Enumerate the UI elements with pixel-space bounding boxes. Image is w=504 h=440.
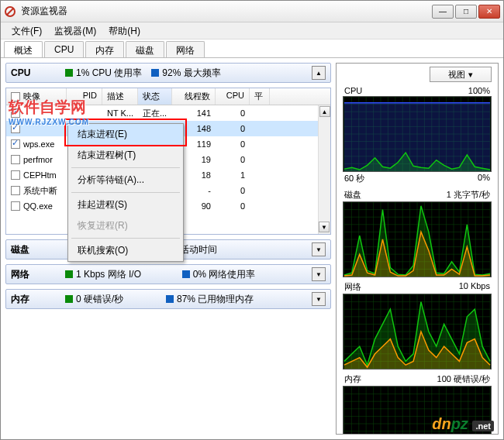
tab-overview[interactable]: 概述	[4, 41, 43, 57]
chart-title-right: 1 兆字节/秒	[447, 189, 490, 201]
chart-title-left: CPU	[344, 86, 362, 95]
separator	[71, 192, 180, 193]
chart-内存: 内存100 硬错误/秒	[343, 373, 492, 435]
th-pid[interactable]: PID	[67, 88, 102, 105]
menu-suspend[interactable]: 挂起进程(S)	[68, 194, 183, 215]
menu-file[interactable]: 文件(F)	[5, 22, 48, 39]
chart-canvas	[343, 294, 492, 370]
cpu-section-header[interactable]: CPU 1% CPU 使用率 92% 最大频率 ▲	[5, 63, 331, 83]
cpu-title: CPU	[11, 67, 56, 78]
expand-icon[interactable]: ▼	[312, 242, 326, 256]
context-menu: 结束进程(E) 结束进程树(T) 分析等待链(A)... 挂起进程(S) 恢复进…	[67, 123, 184, 262]
chart-title-right: 100 硬错误/秒	[437, 373, 490, 385]
memory-section-header[interactable]: 内存 0 硬错误/秒 87% 已用物理内存 ▼	[5, 289, 331, 309]
th-cpu[interactable]: CPU	[216, 88, 250, 105]
th-avg[interactable]: 平	[250, 88, 270, 105]
tabbar: 概述 CPU 内存 磁盘 网络	[1, 40, 503, 58]
memory-title: 内存	[11, 293, 56, 306]
th-status[interactable]: 状态	[138, 88, 172, 105]
charts-panel: 视图▾ CPU100% 60 秒0%磁盘1 兆字节/秒 网络10 Kbps 内存…	[336, 63, 499, 435]
menu-monitor[interactable]: 监视器(M)	[48, 22, 102, 39]
blue-sq-icon	[182, 270, 190, 278]
green-sq-icon	[65, 295, 73, 303]
chart-canvas	[343, 201, 492, 277]
chart-title-right: 10 Kbps	[459, 281, 490, 293]
menu-search-online[interactable]: 联机搜索(O)	[68, 240, 183, 261]
collapse-icon[interactable]: ▲	[312, 66, 326, 80]
chart-网络: 网络10 Kbps	[343, 280, 492, 370]
row-checkbox[interactable]	[11, 170, 20, 180]
chart-cpu: CPU100% 60 秒0%	[343, 85, 492, 185]
chart-title-left: 磁盘	[344, 189, 361, 201]
view-button[interactable]: 视图▾	[430, 67, 492, 82]
row-checkbox[interactable]	[11, 186, 20, 195]
separator	[71, 167, 180, 168]
blue-sq-icon	[166, 295, 174, 303]
scrollbar-vertical[interactable]: ▲ ▼	[318, 105, 330, 234]
chart-title-right: 100%	[468, 86, 490, 95]
row-checkbox[interactable]	[11, 124, 20, 133]
chart-canvas	[343, 96, 492, 172]
row-checkbox[interactable]	[11, 108, 20, 118]
scroll-up-icon[interactable]: ▲	[319, 106, 330, 117]
svg-line-1	[7, 9, 13, 15]
menu-analyze-wait[interactable]: 分析等待链(A)...	[68, 170, 183, 191]
tab-disk[interactable]: 磁盘	[126, 41, 164, 57]
header-checkbox[interactable]	[11, 92, 20, 101]
th-image[interactable]: 映像	[6, 88, 67, 105]
tab-cpu[interactable]: CPU	[44, 41, 84, 57]
dropdown-icon: ▾	[468, 70, 473, 80]
chart-磁盘: 磁盘1 兆字节/秒	[343, 188, 492, 277]
disk-title: 磁盘	[11, 243, 56, 256]
table-header: 映像 PID 描述 状态 线程数 CPU 平	[6, 88, 330, 105]
menu-end-process[interactable]: 结束进程(E)	[68, 124, 183, 145]
chart-title-left: 网络	[344, 281, 361, 293]
menu-end-tree[interactable]: 结束进程树(T)	[68, 145, 183, 166]
expand-icon[interactable]: ▼	[312, 292, 326, 306]
row-checkbox[interactable]	[11, 139, 20, 149]
tab-memory[interactable]: 内存	[85, 41, 124, 57]
menu-resume: 恢复进程(R)	[68, 215, 183, 236]
network-title: 网络	[11, 268, 56, 281]
row-checkbox[interactable]	[11, 201, 20, 211]
green-sq-icon	[65, 270, 73, 278]
maximize-button[interactable]: □	[455, 5, 477, 19]
minimize-button[interactable]: —	[432, 5, 454, 19]
menu-help[interactable]: 帮助(H)	[102, 22, 147, 39]
chart-canvas	[343, 386, 492, 435]
green-sq-icon	[65, 69, 73, 77]
blue-sq-icon	[151, 69, 159, 77]
window-title: 资源监视器	[21, 5, 432, 18]
tab-network[interactable]: 网络	[166, 41, 205, 57]
expand-icon[interactable]: ▼	[312, 267, 326, 281]
th-desc[interactable]: 描述	[102, 88, 138, 105]
table-row[interactable]: NT K... 正在...141 0	[6, 105, 330, 121]
scroll-down-icon[interactable]: ▼	[319, 222, 330, 232]
chart-title-left: 内存	[344, 373, 361, 385]
th-threads[interactable]: 线程数	[172, 88, 216, 105]
separator	[71, 238, 180, 239]
menubar: 文件(F) 监视器(M) 帮助(H)	[1, 22, 503, 40]
titlebar: 资源监视器 — □ ✕	[1, 1, 503, 22]
close-button[interactable]: ✕	[478, 5, 500, 19]
network-section-header[interactable]: 网络 1 Kbps 网络 I/O 0% 网络使用率 ▼	[5, 264, 331, 284]
row-checkbox[interactable]	[11, 155, 20, 164]
app-icon	[4, 5, 16, 18]
